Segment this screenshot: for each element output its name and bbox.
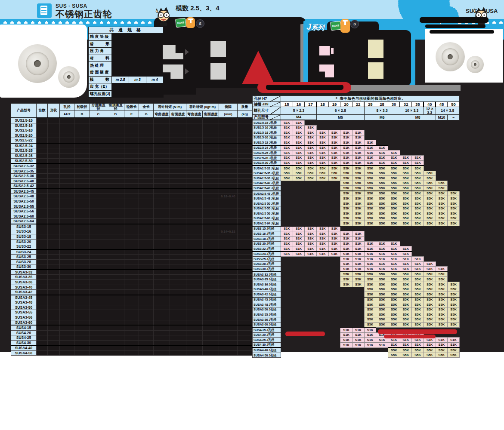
matrix-row-label: SUSA2.5-50 J孔径: [253, 201, 281, 206]
redacted-cell: [170, 234, 186, 239]
redacted-cell: [203, 244, 219, 249]
availability-cell: S1K: [293, 236, 305, 241]
redacted-cell: [74, 275, 90, 280]
redacted-cell: [139, 219, 154, 224]
availability-cell: S5K: [412, 176, 424, 181]
redacted-cell: [139, 199, 154, 204]
redacted-cell: [107, 224, 124, 229]
availability-cell: S1K: [316, 130, 328, 135]
redacted-cell: [74, 285, 90, 290]
empty-cell: [305, 287, 317, 292]
redacted-cell: [90, 174, 107, 179]
redacted-cell: [37, 204, 48, 209]
redacted-cell: [170, 219, 186, 224]
redacted-cell: [37, 264, 48, 270]
s-mark-icon: S: [196, 19, 204, 28]
redacted-cell: [124, 199, 139, 204]
availability-cell: S5K: [412, 317, 424, 322]
redacted-cell: [238, 325, 252, 330]
redacted-cell: [124, 340, 139, 345]
empty-cell: [316, 342, 328, 347]
empty-cell: [340, 287, 352, 292]
redacted-cell: [154, 259, 170, 264]
redacted-cell: [238, 158, 252, 163]
availability-cell: S1K: [352, 231, 364, 236]
availability-cell: S5K: [340, 191, 352, 196]
redacted-cell: [124, 133, 139, 138]
screw-size: M4: [281, 115, 317, 120]
availability-cell: S1K: [376, 160, 388, 166]
rohs-badge: RoHS: [175, 18, 186, 28]
redacted-cell: [154, 163, 170, 169]
redacted-cell: [238, 244, 252, 249]
redacted-cell: [60, 239, 74, 244]
redacted-cell: [203, 285, 219, 290]
redacted-cell: [203, 305, 219, 310]
availability-cell: S1K: [293, 145, 305, 150]
redacted-cell: [37, 305, 48, 310]
redacted-cell: [154, 290, 170, 295]
empty-cell: [316, 216, 328, 221]
matrix-row-label: SUS4-30 J孔径: [253, 342, 281, 347]
redacted-cell: [170, 280, 186, 285]
empty-cell: [436, 246, 448, 252]
redacted-cell: [124, 128, 139, 133]
availability-cell: S1K: [388, 241, 400, 246]
availability-cell: S5K: [364, 216, 376, 221]
availability-cell: S5K: [376, 277, 388, 282]
screw-size: –: [448, 115, 460, 120]
empty-cell: [448, 236, 460, 241]
empty-cell: [376, 140, 388, 145]
redacted-cell: [154, 330, 170, 335]
redacted-cell: [74, 305, 90, 310]
empty-cell: [281, 302, 293, 307]
redacted-cell: [170, 330, 186, 335]
redacted-cell: [203, 264, 219, 270]
empty-cell: [328, 307, 340, 312]
empty-cell: [305, 257, 317, 262]
availability-cell: S5K: [412, 312, 424, 317]
redacted-cell: [90, 178, 107, 184]
availability-cell: S5K: [448, 211, 460, 216]
availability-cell: S5K: [388, 312, 400, 317]
redacted-cell: [90, 148, 107, 154]
availability-cell: S5K: [448, 201, 460, 206]
redacted-cell: [124, 320, 139, 325]
redacted-cell: [186, 320, 203, 325]
specs-title: 共 通 规 格: [89, 27, 164, 34]
redacted-cell: [139, 123, 154, 128]
matrix-header-keyway: 键槽 Js9: [253, 102, 281, 107]
redacted-cell: [139, 158, 154, 163]
empty-cell: [436, 155, 448, 160]
availability-cell: S1K: [305, 125, 317, 130]
empty-cell: [281, 272, 293, 277]
model-row-label: SUSA2.5-56: [11, 209, 37, 214]
availability-cell: S1K: [340, 261, 352, 267]
availability-cell: S1K: [316, 226, 328, 231]
empty-cell: [328, 338, 340, 343]
availability-cell: S5K: [376, 307, 388, 312]
availability-cell: S5K: [448, 191, 460, 196]
model-row-label: SUSA3-40: [11, 285, 37, 290]
redacted-cell: [48, 234, 60, 239]
empty-cell: [400, 125, 412, 130]
redacted-cell: [203, 340, 219, 345]
redacted-cell: [238, 280, 252, 285]
availability-cell: S5K: [376, 297, 388, 302]
screw-size: M8: [400, 115, 436, 120]
availability-cell: S1K: [305, 145, 317, 150]
availability-cell: S1K: [352, 246, 364, 252]
redacted-cell: [37, 310, 48, 315]
redacted-cell: [74, 290, 90, 295]
redacted-cell: [186, 325, 203, 330]
redacted-cell: [124, 204, 139, 209]
availability-cell: S1K: [388, 160, 400, 166]
empty-cell: [364, 226, 376, 231]
availability-cell: S5K: [388, 181, 400, 186]
empty-cell: [436, 226, 448, 231]
redacted-cell: [60, 169, 74, 174]
redacted-cell: [238, 345, 252, 350]
availability-cell: S5K: [400, 176, 412, 181]
empty-cell: [281, 201, 293, 206]
model-row-label: SUSA2.5-50: [11, 199, 37, 204]
